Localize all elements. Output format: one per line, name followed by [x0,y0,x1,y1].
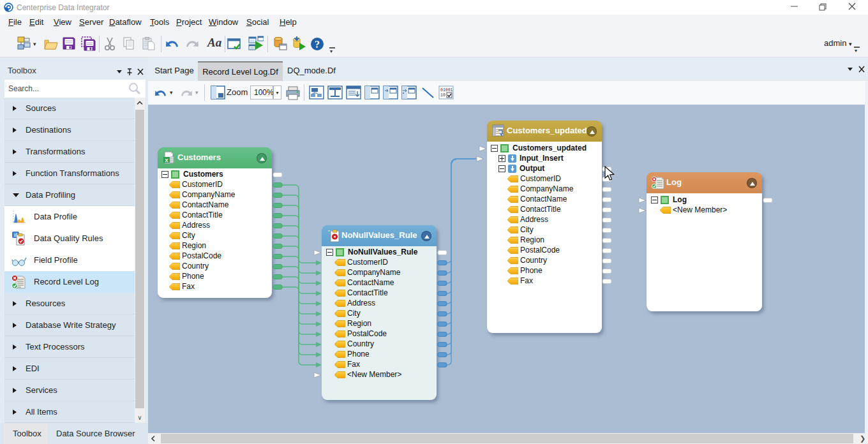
svg-text:01001: 01001 [440,88,453,93]
svg-text:10: 10 [440,93,445,98]
svg-text:?: ? [315,39,320,50]
